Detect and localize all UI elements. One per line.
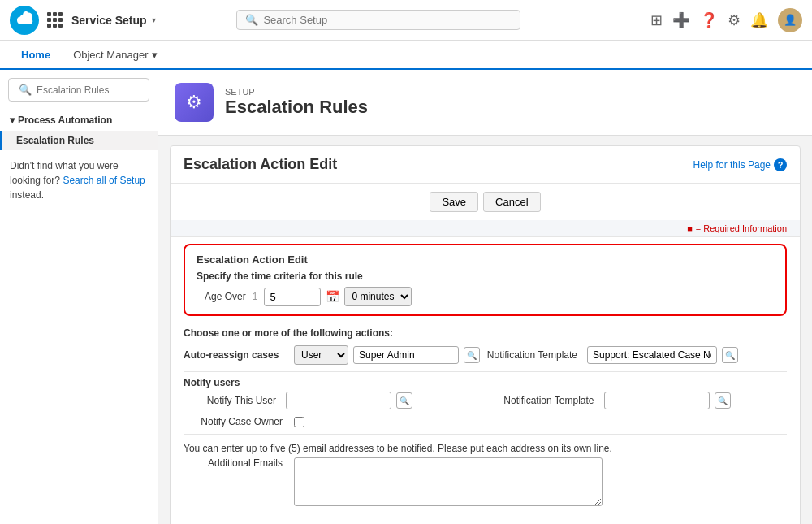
additional-emails-info: You can enter up to five (5) email addre… bbox=[184, 443, 787, 454]
auto-reassign-section: Auto-reassign cases User Queue 🔍 Notific… bbox=[184, 345, 787, 365]
help-link-label: Help for this Page bbox=[693, 159, 771, 171]
sidebar-search[interactable]: 🔍 bbox=[8, 78, 149, 102]
page-header: ⚙ SETUP Escalation Rules bbox=[158, 70, 812, 136]
page-title: Escalation Rules bbox=[225, 97, 368, 118]
form-inner-header: ■ = Required Information bbox=[171, 220, 800, 237]
section-collapse-arrow: ▾ bbox=[10, 115, 15, 126]
age-over-label: Age Over bbox=[205, 291, 246, 302]
auto-reassign-row: Auto-reassign cases User Queue 🔍 Notific… bbox=[184, 345, 787, 365]
grid-icon[interactable] bbox=[47, 12, 63, 28]
notify-notification-template-input[interactable] bbox=[604, 392, 710, 409]
form-main-title: Escalation Action Edit bbox=[184, 156, 337, 173]
actions-section: Choose one or more of the following acti… bbox=[171, 323, 800, 518]
help-icon: ? bbox=[774, 158, 787, 171]
notify-users-label: Notify users bbox=[184, 377, 787, 388]
age-over-num: 1 bbox=[253, 291, 258, 302]
second-nav: Home Object Manager ▾ bbox=[0, 41, 812, 70]
salesforce-logo bbox=[10, 6, 39, 35]
sidebar-item-escalation-rules[interactable]: Escalation Rules bbox=[0, 131, 158, 150]
app-dropdown-arrow[interactable]: ▾ bbox=[152, 15, 156, 24]
search-all-link[interactable]: Search all of Setup bbox=[63, 175, 145, 186]
required-info: ■ = Required Information bbox=[687, 223, 787, 233]
time-value-input[interactable] bbox=[264, 288, 321, 306]
notify-notification-template-label: Notification Template bbox=[502, 395, 599, 406]
divider-2 bbox=[184, 434, 787, 435]
help-link[interactable]: Help for this Page ? bbox=[693, 158, 787, 171]
form-container: Escalation Action Edit Help for this Pag… bbox=[170, 145, 801, 524]
additional-emails-textarea[interactable] bbox=[294, 457, 603, 506]
bottom-btn-row: Save Cancel bbox=[171, 518, 800, 524]
notify-this-user-input[interactable] bbox=[286, 392, 391, 409]
add-icon[interactable]: ⊞ bbox=[650, 11, 663, 29]
time-criteria-label: Specify the time criteria for this rule bbox=[197, 271, 774, 282]
tab-object-manager-arrow: ▾ bbox=[152, 49, 158, 61]
app-name-section: Service Setup ▾ bbox=[47, 12, 156, 28]
not-found-suffix: instead. bbox=[10, 189, 44, 201]
notify-template-lookup-btn[interactable]: 🔍 bbox=[715, 392, 731, 409]
sidebar-section-process-automation[interactable]: ▾ Process Automation bbox=[0, 110, 158, 131]
notify-this-user-label: Notify This User bbox=[184, 395, 281, 406]
setup-label: SETUP bbox=[225, 87, 368, 97]
search-input[interactable] bbox=[263, 14, 512, 26]
sidebar-not-found: Didn't find what you were looking for? S… bbox=[0, 150, 158, 210]
sidebar-search-input[interactable] bbox=[37, 84, 139, 96]
top-nav: Service Setup ▾ 🔍 ⊞ ➕ ❓ ⚙ 🔔 👤 bbox=[0, 0, 812, 41]
cancel-button-top[interactable]: Cancel bbox=[483, 192, 540, 212]
notify-case-owner-checkbox[interactable] bbox=[294, 417, 304, 427]
layout: 🔍 ▾ Process Automation Escalation Rules … bbox=[0, 70, 812, 524]
notify-users-row: Notify This User 🔍 Notification Template… bbox=[184, 392, 787, 409]
avatar[interactable]: 👤 bbox=[778, 8, 802, 32]
auto-reassign-type-select[interactable]: User Queue bbox=[294, 345, 348, 365]
main-content: ⚙ SETUP Escalation Rules Escalation Acti… bbox=[158, 70, 812, 524]
notification-template-label: Notification Template bbox=[485, 349, 582, 361]
calendar-icon[interactable]: 📅 bbox=[326, 290, 339, 303]
escalation-box: Escalation Action Edit Specify the time … bbox=[184, 244, 787, 316]
notify-user-lookup-btn[interactable]: 🔍 bbox=[396, 392, 412, 409]
divider-1 bbox=[184, 371, 787, 372]
tab-home-label: Home bbox=[21, 49, 50, 61]
sidebar-search-icon: 🔍 bbox=[19, 84, 32, 96]
notify-case-owner-label: Notify Case Owner bbox=[184, 416, 289, 427]
sidebar-item-label: Escalation Rules bbox=[16, 135, 94, 146]
time-criteria-row: Age Over 1 📅 0 minutes hours days bbox=[205, 287, 774, 306]
notify-users-section: Notify users Notify This User 🔍 Notifica… bbox=[184, 377, 787, 427]
sidebar: 🔍 ▾ Process Automation Escalation Rules … bbox=[0, 70, 158, 524]
settings-icon[interactable]: ⚙ bbox=[728, 11, 741, 29]
additional-emails-label: Additional Emails bbox=[184, 457, 289, 469]
search-icon: 🔍 bbox=[245, 14, 258, 26]
tab-home[interactable]: Home bbox=[10, 41, 62, 70]
actions-section-title: Choose one or more of the following acti… bbox=[184, 327, 787, 339]
app-name: Service Setup bbox=[71, 14, 147, 27]
notify-this-user-col: Notify This User 🔍 bbox=[184, 392, 469, 409]
auto-reassign-value-input[interactable] bbox=[353, 346, 459, 364]
notify-case-owner-row: Notify Case Owner bbox=[184, 416, 787, 427]
search-all-label: Search all of Setup bbox=[63, 175, 145, 186]
notify-template-col: Notification Template 🔍 bbox=[502, 392, 788, 409]
notification-template-input[interactable] bbox=[587, 346, 717, 364]
section-label: Process Automation bbox=[18, 115, 112, 126]
page-header-text: SETUP Escalation Rules bbox=[225, 87, 368, 118]
add-btn[interactable]: ➕ bbox=[672, 11, 690, 29]
form-title-bar: Escalation Action Edit Help for this Pag… bbox=[171, 146, 800, 183]
top-btn-row: Save Cancel bbox=[171, 183, 800, 220]
required-text: = Required Information bbox=[696, 223, 787, 233]
auto-reassign-lookup-btn[interactable]: 🔍 bbox=[464, 347, 480, 363]
save-button-top[interactable]: Save bbox=[430, 192, 478, 212]
required-indicator: ■ bbox=[687, 223, 693, 233]
tab-object-manager-label: Object Manager bbox=[73, 49, 149, 61]
auto-reassign-label: Auto-reassign cases bbox=[184, 349, 289, 361]
additional-emails-section: You can enter up to five (5) email addre… bbox=[184, 440, 787, 513]
setup-icon: ⚙ bbox=[175, 83, 214, 122]
escalation-box-title: Escalation Action Edit bbox=[197, 253, 774, 266]
notifications-icon[interactable]: 🔔 bbox=[750, 11, 768, 29]
notification-template-lookup-btn[interactable]: 🔍 bbox=[722, 347, 738, 363]
search-bar[interactable]: 🔍 bbox=[236, 10, 520, 30]
tab-object-manager[interactable]: Object Manager ▾ bbox=[62, 41, 169, 70]
time-unit-select[interactable]: 0 minutes hours days bbox=[344, 287, 412, 306]
help-icon[interactable]: ❓ bbox=[700, 11, 718, 29]
top-nav-actions: ⊞ ➕ ❓ ⚙ 🔔 👤 bbox=[650, 8, 802, 32]
